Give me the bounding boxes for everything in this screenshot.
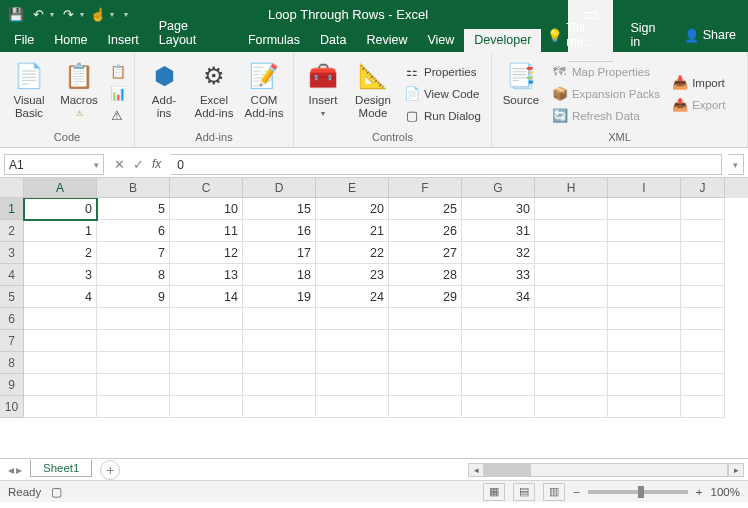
column-header-J[interactable]: J bbox=[681, 178, 725, 198]
sign-in-button[interactable]: Sign in bbox=[624, 18, 673, 52]
tab-page-layout[interactable]: Page Layout bbox=[149, 15, 238, 52]
cell-D3[interactable]: 17 bbox=[243, 242, 316, 264]
macros-button[interactable]: 📋 Macros ⚠ bbox=[56, 56, 102, 131]
cell-I6[interactable] bbox=[608, 308, 681, 330]
hscroll-right[interactable]: ▸ bbox=[728, 463, 744, 477]
column-header-H[interactable]: H bbox=[535, 178, 608, 198]
fx-icon[interactable]: fx bbox=[152, 157, 161, 172]
cell-B5[interactable]: 9 bbox=[97, 286, 170, 308]
cell-C10[interactable] bbox=[170, 396, 243, 418]
row-header-4[interactable]: 4 bbox=[0, 264, 24, 286]
cell-G5[interactable]: 34 bbox=[462, 286, 535, 308]
cell-I4[interactable] bbox=[608, 264, 681, 286]
cell-E1[interactable]: 20 bbox=[316, 198, 389, 220]
cell-G9[interactable] bbox=[462, 374, 535, 396]
cell-B1[interactable]: 5 bbox=[97, 198, 170, 220]
cell-J3[interactable] bbox=[681, 242, 725, 264]
cell-J10[interactable] bbox=[681, 396, 725, 418]
sheet-tab-1[interactable]: Sheet1 bbox=[30, 460, 92, 477]
cell-J9[interactable] bbox=[681, 374, 725, 396]
cell-I2[interactable] bbox=[608, 220, 681, 242]
cell-A7[interactable] bbox=[24, 330, 97, 352]
macro-security-icon[interactable]: ⚠ bbox=[106, 106, 128, 126]
cell-B10[interactable] bbox=[97, 396, 170, 418]
cell-J1[interactable] bbox=[681, 198, 725, 220]
name-box[interactable]: A1 ▾ bbox=[4, 154, 104, 175]
row-header-5[interactable]: 5 bbox=[0, 286, 24, 308]
cell-E10[interactable] bbox=[316, 396, 389, 418]
formula-input[interactable]: 0 bbox=[171, 154, 722, 175]
save-icon[interactable]: 💾 bbox=[8, 6, 24, 22]
cell-I9[interactable] bbox=[608, 374, 681, 396]
cell-C9[interactable] bbox=[170, 374, 243, 396]
cell-B6[interactable] bbox=[97, 308, 170, 330]
sheet-nav-prev[interactable]: ◂ bbox=[8, 463, 14, 477]
cell-H5[interactable] bbox=[535, 286, 608, 308]
cell-F5[interactable]: 29 bbox=[389, 286, 462, 308]
insert-control-button[interactable]: 🧰 Insert ▾ bbox=[300, 56, 346, 131]
cell-I7[interactable] bbox=[608, 330, 681, 352]
source-button[interactable]: 📑 Source bbox=[498, 56, 544, 131]
cell-I8[interactable] bbox=[608, 352, 681, 374]
macros-dropdown[interactable]: ⚠ bbox=[76, 109, 83, 118]
cells-area[interactable]: 0510152025301611162126312712172227323813… bbox=[24, 198, 748, 458]
tab-review[interactable]: Review bbox=[356, 29, 417, 52]
cell-E2[interactable]: 21 bbox=[316, 220, 389, 242]
cell-A1[interactable]: 0 bbox=[24, 198, 97, 220]
cell-F10[interactable] bbox=[389, 396, 462, 418]
cell-B8[interactable] bbox=[97, 352, 170, 374]
tab-view[interactable]: View bbox=[417, 29, 464, 52]
cell-D1[interactable]: 15 bbox=[243, 198, 316, 220]
tab-formulas[interactable]: Formulas bbox=[238, 29, 310, 52]
cell-A10[interactable] bbox=[24, 396, 97, 418]
cell-A8[interactable] bbox=[24, 352, 97, 374]
cell-B4[interactable]: 8 bbox=[97, 264, 170, 286]
select-all-corner[interactable] bbox=[0, 178, 24, 198]
touch-dropdown[interactable]: ▾ bbox=[110, 10, 114, 19]
zoom-in-button[interactable]: + bbox=[696, 486, 703, 498]
cell-J4[interactable] bbox=[681, 264, 725, 286]
row-header-2[interactable]: 2 bbox=[0, 220, 24, 242]
cell-D4[interactable]: 18 bbox=[243, 264, 316, 286]
cell-F9[interactable] bbox=[389, 374, 462, 396]
cell-J2[interactable] bbox=[681, 220, 725, 242]
qat-customize[interactable]: ▾ bbox=[124, 10, 128, 19]
cell-D10[interactable] bbox=[243, 396, 316, 418]
redo-icon[interactable]: ↷ bbox=[60, 6, 76, 22]
cell-G6[interactable] bbox=[462, 308, 535, 330]
cell-A9[interactable] bbox=[24, 374, 97, 396]
cell-B9[interactable] bbox=[97, 374, 170, 396]
cell-C8[interactable] bbox=[170, 352, 243, 374]
row-header-7[interactable]: 7 bbox=[0, 330, 24, 352]
cell-D9[interactable] bbox=[243, 374, 316, 396]
cell-F2[interactable]: 26 bbox=[389, 220, 462, 242]
row-header-8[interactable]: 8 bbox=[0, 352, 24, 374]
cell-G3[interactable]: 32 bbox=[462, 242, 535, 264]
redo-dropdown[interactable]: ▾ bbox=[80, 10, 84, 19]
cell-I5[interactable] bbox=[608, 286, 681, 308]
cell-E7[interactable] bbox=[316, 330, 389, 352]
cell-C3[interactable]: 12 bbox=[170, 242, 243, 264]
zoom-out-button[interactable]: − bbox=[573, 486, 580, 498]
zoom-level[interactable]: 100% bbox=[711, 486, 740, 498]
cell-G1[interactable]: 30 bbox=[462, 198, 535, 220]
run-dialog-button[interactable]: ▢Run Dialog bbox=[400, 106, 485, 126]
cell-H2[interactable] bbox=[535, 220, 608, 242]
cell-J8[interactable] bbox=[681, 352, 725, 374]
cell-F7[interactable] bbox=[389, 330, 462, 352]
import-button[interactable]: 📥Import bbox=[668, 73, 729, 93]
cell-E6[interactable] bbox=[316, 308, 389, 330]
view-code-button[interactable]: 📄View Code bbox=[400, 84, 485, 104]
cell-H1[interactable] bbox=[535, 198, 608, 220]
cell-G2[interactable]: 31 bbox=[462, 220, 535, 242]
share-button[interactable]: 👤Share bbox=[678, 25, 742, 46]
cell-H4[interactable] bbox=[535, 264, 608, 286]
use-relative-icon[interactable]: 📊 bbox=[106, 84, 128, 104]
cell-A2[interactable]: 1 bbox=[24, 220, 97, 242]
cell-D6[interactable] bbox=[243, 308, 316, 330]
cell-J6[interactable] bbox=[681, 308, 725, 330]
column-header-E[interactable]: E bbox=[316, 178, 389, 198]
cell-H7[interactable] bbox=[535, 330, 608, 352]
cell-G8[interactable] bbox=[462, 352, 535, 374]
hscroll-thumb[interactable] bbox=[485, 464, 531, 476]
